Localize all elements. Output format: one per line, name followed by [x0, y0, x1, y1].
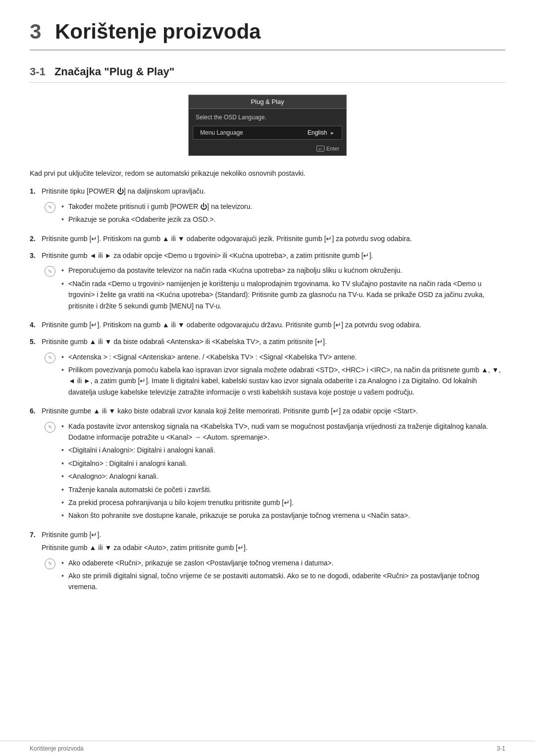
bullet-item: Ako odaberete <Ručni>, prikazuje se zasl…: [60, 557, 505, 568]
bullet-item: Prilikom povezivanja pomoću kabela kao i…: [60, 364, 505, 398]
bullet-item: Traženje kanala automatski će početi i z…: [60, 484, 505, 495]
bullet-item: Kada postavite izvor antenskog signala n…: [60, 421, 505, 443]
item-text: Pritisnite gumb [↵]. Pritiskom na gumb ▲…: [42, 319, 505, 330]
footer-right: 3-1: [497, 745, 505, 752]
bullet-item: Nakon što pohranite sve dostupne kanale,…: [60, 510, 505, 521]
list-item: 7.Pritisnite gumb [↵].Pritisnite gumb ▲ …: [30, 529, 505, 595]
note-content: Također možete pritisnuti i gumb [POWER …: [60, 201, 505, 227]
chapter-title: 3 Korištenje proizvoda: [30, 20, 505, 50]
osd-title: Plug & Play: [189, 95, 346, 109]
list-item: 5.Pritisnite gumb ▲ ili ▼ da biste odabr…: [30, 336, 505, 400]
footer-left: Korištenje proizvoda: [30, 745, 84, 752]
list-item: 6.Pritisnite gumbe ▲ ili ▼ kako biste od…: [30, 405, 505, 523]
item-text: Pritisnite gumb ▲ ili ▼ da biste odabral…: [42, 336, 505, 347]
note-icon: ✎: [45, 422, 55, 433]
bullet-item: <Digitalni i Analogni>: Digitalni i anal…: [60, 445, 505, 455]
sub-text: Pritisnite gumb ▲ ili ▼ za odabir <Auto>…: [42, 542, 505, 553]
note-icon: ✎: [45, 266, 55, 277]
bullet-item: Prikazuje se poruka <Odaberite jezik za …: [60, 214, 505, 225]
bullet-item: <Antenska > : <Signal <Antenska> antene.…: [60, 352, 505, 362]
note-icon: ✎: [45, 353, 55, 363]
list-item: 1.Pritisnite tipku [POWER ⏻] na daljinsk…: [30, 186, 505, 227]
item-number: 3.: [30, 250, 39, 261]
osd-menu-language-value: English ►: [308, 129, 335, 136]
note-content: <Antenska > : <Signal <Antenska> antene.…: [60, 352, 505, 400]
note-content: Preporučujemo da postavite televizor na …: [60, 265, 505, 313]
bullet-item: Također možete pritisnuti i gumb [POWER …: [60, 201, 505, 212]
item-number: 1.: [30, 186, 39, 197]
chapter-number: 3: [30, 20, 41, 43]
item-number: 7.: [30, 529, 39, 540]
note-content: Ako odaberete <Ručni>, prikazuje se zasl…: [60, 557, 505, 595]
item-number: 2.: [30, 233, 39, 244]
note-icon: ✎: [45, 558, 55, 569]
bullet-item: Preporučujemo da postavite televizor na …: [60, 265, 505, 276]
note-icon: ✎: [45, 202, 55, 213]
list-item: 2.Pritisnite gumb [↵]. Pritiskom na gumb…: [30, 233, 505, 244]
item-text: Pritisnite gumbe ▲ ili ▼ kako biste odab…: [42, 405, 505, 416]
osd-dialog: Plug & Play Select the OSD Language. Men…: [188, 95, 347, 156]
bullet-item: <Digitalno> : Digitalni i analogni kanal…: [60, 458, 505, 469]
items-list: 1.Pritisnite tipku [POWER ⏻] na daljinsk…: [30, 186, 505, 594]
footer-bar: Korištenje proizvoda 3-1: [0, 741, 535, 756]
item-number: 4.: [30, 319, 39, 330]
item-text: Pritisnite gumb ◄ ili ► za odabir opcije…: [42, 250, 505, 261]
osd-menu-language-label: Menu Language: [200, 129, 243, 136]
section-number: 3-1: [30, 65, 46, 78]
item-number: 5.: [30, 336, 39, 347]
bullet-item: <Analogno>: Analogni kanali.: [60, 471, 505, 482]
list-item: 4.Pritisnite gumb [↵]. Pritiskom na gumb…: [30, 319, 505, 330]
item-text: Pritisnite tipku [POWER ⏻] na daljinskom…: [42, 186, 505, 197]
item-text: Pritisnite gumb [↵].: [42, 529, 505, 540]
enter-icon: ↵: [317, 146, 324, 151]
osd-menu-language-row[interactable]: Menu Language English ►: [193, 126, 342, 140]
list-item: 3.Pritisnite gumb ◄ ili ► za odabir opci…: [30, 250, 505, 313]
section-title: 3-1 Značajka "Plug & Play": [30, 65, 505, 83]
bullet-item: Za prekid procesa pohranjivanja u bilo k…: [60, 497, 505, 508]
osd-subtitle: Select the OSD Language.: [189, 109, 346, 124]
item-number: 6.: [30, 405, 39, 416]
osd-arrow-icon: ►: [330, 130, 335, 136]
osd-footer: ↵ Enter: [189, 142, 346, 155]
bullet-item: Ako ste primili digitalni signal, točno …: [60, 570, 505, 593]
item-text: Pritisnite gumb [↵]. Pritiskom na gumb ▲…: [42, 233, 505, 244]
bullet-item: <Način rada <Demo u trgovini> namijenjen…: [60, 278, 505, 311]
intro-text: Kad prvi put uključite televizor, redom …: [30, 168, 505, 179]
note-content: Kada postavite izvor antenskog signala n…: [60, 421, 505, 523]
